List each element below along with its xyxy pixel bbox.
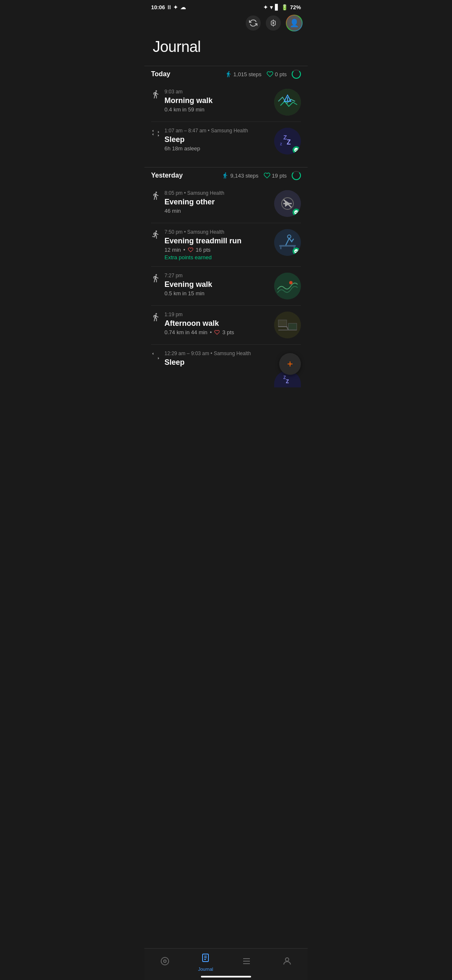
activity-morning-walk[interactable]: 9:03 am Morning walk 0.4 km in 59 min xyxy=(144,83,308,121)
svg-rect-16 xyxy=(279,245,296,247)
heart-icon-yesterday xyxy=(264,172,270,179)
afternoon-walk-name: Afternoon walk xyxy=(164,319,274,328)
steps-icon-yesterday xyxy=(222,172,229,179)
wifi-icon: ▾ xyxy=(270,4,273,10)
top-icons-bar: 👤 xyxy=(144,13,308,35)
afternoon-walk-time: 1:19 pm xyxy=(164,312,274,317)
signal-icon: ▋ xyxy=(275,4,279,10)
steps-icon xyxy=(225,71,232,77)
today-meta: 1,015 steps 0 pts xyxy=(225,70,301,79)
svg-rect-23 xyxy=(278,320,287,327)
walk2-icon xyxy=(151,191,160,200)
evening-walk-detail: 0.5 km in 15 min xyxy=(164,290,274,297)
treadmill-time: 7:50 pm • Samsung Health xyxy=(164,229,274,235)
status-right: ✦ ▾ ▋ 🔋 72% xyxy=(263,4,301,10)
yesterday-pts-count: 19 pts xyxy=(272,173,287,179)
sleep-icon xyxy=(151,129,160,138)
section-today: Today 1,015 steps 0 pts xyxy=(144,66,308,83)
svg-rect-20 xyxy=(274,273,301,299)
sleep-today-content: 1:07 am – 8:47 am • Samsung Health Sleep… xyxy=(164,128,274,152)
evening-other-thumb xyxy=(274,190,301,217)
sleep-yesterday-name: Sleep xyxy=(164,358,274,367)
svg-point-3 xyxy=(273,23,274,24)
today-steps: 1,015 steps xyxy=(225,71,262,77)
status-icon-3: ☁ xyxy=(180,4,186,10)
today-pts: 0 pts xyxy=(267,71,287,77)
morning-walk-time: 9:03 am xyxy=(164,89,274,95)
sleep2-icon xyxy=(151,351,160,361)
walk-icon xyxy=(151,90,160,99)
treadmill-left: 7:50 pm • Samsung Health Evening treadmi… xyxy=(151,229,274,260)
treadmill-content: 7:50 pm • Samsung Health Evening treadmi… xyxy=(164,229,274,260)
evening-walk-thumb xyxy=(274,273,301,299)
afternoon-walk-detail: 0.74 km in 44 min • 3 pts xyxy=(164,329,274,335)
yesterday-steps-count: 9,143 steps xyxy=(230,173,258,179)
plus-icon: + xyxy=(287,359,293,369)
today-steps-count: 1,015 steps xyxy=(234,71,262,77)
heart-pts-icon xyxy=(188,247,193,253)
evening-other-content: 8:05 pm • Samsung Health Evening other 4… xyxy=(164,190,274,214)
run-icon xyxy=(151,230,160,239)
morning-walk-content: 9:03 am Morning walk 0.4 km in 59 min xyxy=(164,89,274,113)
sleep-today-time: 1:07 am – 8:47 am • Samsung Health xyxy=(164,128,274,134)
treadmill-name: Evening treadmill run xyxy=(164,237,274,245)
activity-evening-treadmill[interactable]: 7:50 pm • Samsung Health Evening treadmi… xyxy=(144,223,308,266)
sleep-yesterday-time: 12:29 am – 9:03 am • Samsung Health xyxy=(164,351,274,356)
activity-afternoon-walk[interactable]: 1:19 pm Afternoon walk 0.74 km in 44 min… xyxy=(144,306,308,344)
heart-icon-today xyxy=(267,71,273,77)
svg-text:z: z xyxy=(280,142,282,146)
afternoon-walk-content: 1:19 pm Afternoon walk 0.74 km in 44 min… xyxy=(164,312,274,335)
svg-point-21 xyxy=(289,281,293,284)
activity-sleep-yesterday[interactable]: 12:29 am – 9:03 am • Samsung Health Slee… xyxy=(144,345,308,383)
evening-other-detail: 46 min xyxy=(164,208,274,214)
status-icon-1: ⁞⁞ xyxy=(167,4,171,10)
today-label: Today xyxy=(151,70,170,78)
user-avatar[interactable]: 👤 xyxy=(286,15,303,31)
afternoon-walk-thumb xyxy=(274,312,301,338)
morning-walk-thumb xyxy=(274,89,301,116)
section-yesterday: Yesterday 9,143 steps 19 pts xyxy=(144,167,308,184)
today-pts-count: 0 pts xyxy=(275,71,287,77)
yesterday-pts: 19 pts xyxy=(264,172,287,179)
svg-text:Z: Z xyxy=(287,139,291,146)
sleep-today-name: Sleep xyxy=(164,135,274,144)
page-title: Journal xyxy=(144,35,308,66)
activity-evening-walk[interactable]: 7:27 pm Evening walk 0.5 km in 15 min xyxy=(144,267,308,305)
sleep-yesterday-content: 12:29 am – 9:03 am • Samsung Health Slee… xyxy=(164,351,274,368)
status-icon-2: ✦ xyxy=(173,4,178,10)
activity-morning-walk-left: 9:03 am Morning walk 0.4 km in 59 min xyxy=(151,89,274,113)
evening-walk-time: 7:27 pm xyxy=(164,273,274,279)
sync-button[interactable] xyxy=(246,15,261,31)
add-activity-button[interactable]: + xyxy=(279,353,301,375)
morning-walk-name: Morning walk xyxy=(164,96,274,105)
treadmill-detail: 12 min • 16 pts xyxy=(164,247,274,253)
svg-rect-24 xyxy=(288,323,297,330)
evening-other-name: Evening other xyxy=(164,198,274,206)
heart-pts-icon-2 xyxy=(214,330,220,335)
sleep-badge xyxy=(293,146,300,154)
yesterday-ring xyxy=(292,171,301,180)
battery-icon: 🔋 xyxy=(281,4,288,10)
bluetooth-icon: ✦ xyxy=(263,4,268,10)
avatar-image: 👤 xyxy=(287,15,302,31)
walk3-icon xyxy=(151,273,160,283)
evening-other-time: 8:05 pm • Samsung Health xyxy=(164,190,274,196)
battery-percent: 72% xyxy=(290,4,301,10)
sleep-yesterday-left: 12:29 am – 9:03 am • Samsung Health Slee… xyxy=(151,351,274,368)
evening-other-left: 8:05 pm • Samsung Health Evening other 4… xyxy=(151,190,274,214)
today-ring xyxy=(292,70,301,79)
activity-sleep-today[interactable]: 1:07 am – 8:47 am • Samsung Health Sleep… xyxy=(144,122,308,160)
afternoon-walk-left: 1:19 pm Afternoon walk 0.74 km in 44 min… xyxy=(151,312,274,335)
treadmill-thumb xyxy=(274,229,301,256)
status-bar: 10:06 ⁞⁞ ✦ ☁ ✦ ▾ ▋ 🔋 72% xyxy=(144,0,308,13)
sleep-today-thumb: Z Z z xyxy=(274,128,301,155)
activity-evening-other[interactable]: 8:05 pm • Samsung Health Evening other 4… xyxy=(144,184,308,223)
evening-walk-name: Evening walk xyxy=(164,280,274,289)
evening-walk-left: 7:27 pm Evening walk 0.5 km in 15 min xyxy=(151,273,274,297)
evening-walk-content: 7:27 pm Evening walk 0.5 km in 15 min xyxy=(164,273,274,297)
extra-points-label: Extra points earned xyxy=(164,254,274,260)
other-badge xyxy=(293,209,300,216)
yesterday-meta: 9,143 steps 19 pts xyxy=(222,171,301,180)
treadmill-badge xyxy=(293,248,300,255)
watch-button[interactable] xyxy=(266,15,281,31)
